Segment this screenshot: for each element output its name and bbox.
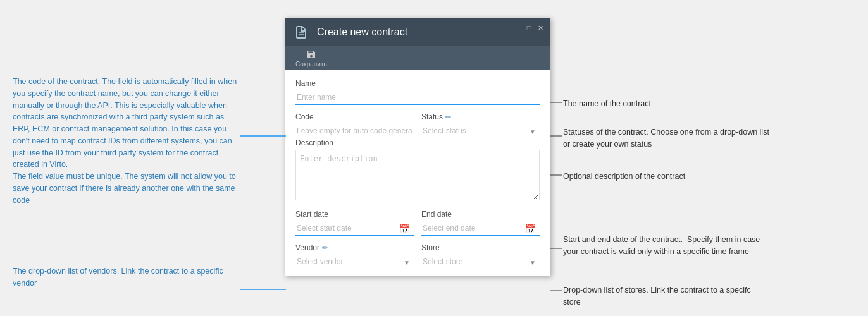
vendor-annotation-left: The drop-down list of vendors. Link the … xyxy=(13,265,228,289)
store-annotation-right: Drop-down list of stores. Link the contr… xyxy=(563,284,751,308)
store-select-wrapper: ▼ xyxy=(421,255,540,269)
store-field-group: Store ▼ xyxy=(421,243,540,269)
description-annotation-right: Optional description of the contract xyxy=(563,171,685,183)
status-dropdown-arrow: ▼ xyxy=(530,128,536,135)
start-date-calendar-icon[interactable]: 📅 xyxy=(399,224,410,234)
save-button[interactable]: Сохранить xyxy=(292,48,331,69)
status-field-group: Status ✏ ▼ xyxy=(421,112,540,138)
vendor-select-wrapper: ▼ xyxy=(295,255,414,269)
description-label: Description xyxy=(295,138,540,147)
end-date-group: End date 📅 xyxy=(421,210,540,236)
minimize-icon[interactable]: □ xyxy=(524,23,533,32)
start-date-input[interactable] xyxy=(295,221,414,236)
close-icon[interactable]: ✕ xyxy=(536,23,545,32)
status-label: Status ✏ xyxy=(421,112,540,121)
end-date-calendar-icon[interactable]: 📅 xyxy=(525,224,536,234)
end-date-input[interactable] xyxy=(421,221,540,236)
description-field-group: Description xyxy=(295,138,540,202)
status-edit-icon[interactable]: ✏ xyxy=(445,113,451,121)
name-field-group: Name xyxy=(295,79,540,105)
code-field-group: Code xyxy=(295,112,414,138)
window-controls: □ ✕ xyxy=(524,23,545,32)
modal-titlebar: Create new contract □ ✕ xyxy=(285,18,550,46)
modal-toolbar: Сохранить xyxy=(285,46,550,70)
vendor-field-group: Vendor ✏ ▼ xyxy=(295,243,414,269)
vendor-select[interactable] xyxy=(295,255,414,269)
status-select[interactable] xyxy=(421,124,540,138)
vendor-dropdown-arrow: ▼ xyxy=(404,258,410,265)
store-select[interactable] xyxy=(421,255,540,269)
modal-form-body: Name Code Status ✏ ▼ xyxy=(285,70,550,276)
vendor-label: Vendor ✏ xyxy=(295,243,414,252)
create-contract-modal: Create new contract □ ✕ Сохранить Name C… xyxy=(285,18,550,276)
start-date-label: Start date xyxy=(295,210,414,219)
vendor-store-row: Vendor ✏ ▼ Store ▼ xyxy=(295,243,540,269)
code-status-row: Code Status ✏ ▼ xyxy=(295,112,540,138)
modal-title: Create new contract xyxy=(317,27,407,38)
status-select-wrapper: ▼ xyxy=(421,124,540,138)
store-label: Store xyxy=(421,243,540,252)
contract-icon xyxy=(292,23,311,42)
name-annotation-right: The name of the contract xyxy=(563,98,651,110)
dates-row: Start date 📅 End date 📅 xyxy=(295,210,540,236)
end-date-wrapper: 📅 xyxy=(421,221,540,236)
code-annotation-left: The code of the contract. The field is a… xyxy=(13,76,240,206)
name-input[interactable] xyxy=(295,90,540,105)
store-dropdown-arrow: ▼ xyxy=(530,258,536,265)
description-input[interactable] xyxy=(295,150,540,200)
vendor-edit-icon[interactable]: ✏ xyxy=(322,244,328,252)
start-date-group: Start date 📅 xyxy=(295,210,414,236)
name-label: Name xyxy=(295,79,540,88)
dates-annotation-right: Start and end date of the contract. Spec… xyxy=(563,234,760,258)
start-date-wrapper: 📅 xyxy=(295,221,414,236)
code-input[interactable] xyxy=(295,124,414,138)
code-label: Code xyxy=(295,112,414,121)
end-date-label: End date xyxy=(421,210,540,219)
status-annotation-right: Statuses of the contract. Choose one fro… xyxy=(563,126,769,150)
